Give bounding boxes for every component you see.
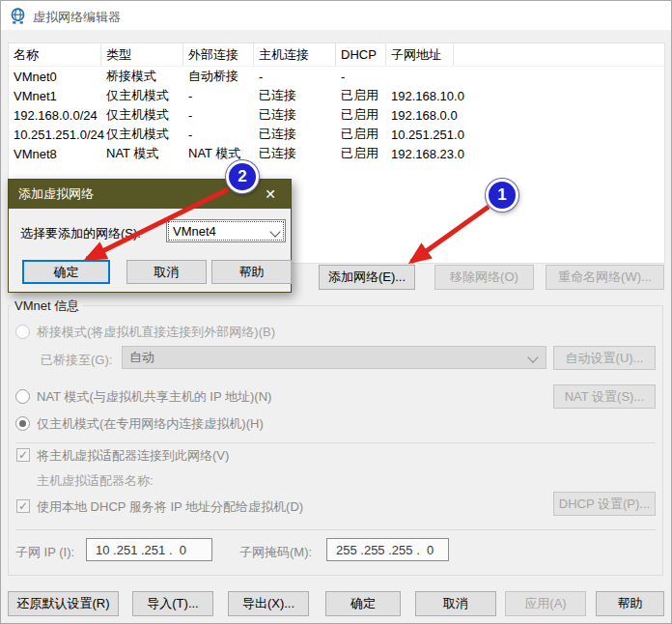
- cell-external: -: [183, 89, 254, 103]
- bridged-to-label: 已桥接至(G):: [41, 352, 112, 369]
- cell-type: 仅主机模式: [101, 126, 183, 143]
- app-globe-icon: [10, 8, 26, 24]
- dhcp-service-label: 使用本地 DHCP 服务将 IP 地址分配给虚拟机(D): [37, 498, 303, 516]
- ok-button[interactable]: 确定: [325, 591, 401, 616]
- col-header-dhcp[interactable]: DHCP: [336, 43, 386, 66]
- cell-dhcp: 已启用: [336, 126, 386, 143]
- cell-host: -: [254, 70, 336, 84]
- cell-type: 仅主机模式: [101, 87, 183, 104]
- help-button[interactable]: 帮助: [596, 591, 664, 616]
- cell-subnet: 10.251.251.0: [386, 128, 454, 142]
- network-list-header: 名称 类型 外部连接 主机连接 DHCP 子网地址: [9, 43, 664, 67]
- add-network-button[interactable]: 添加网络(E)...: [319, 265, 415, 290]
- col-header-host[interactable]: 主机连接: [254, 43, 336, 66]
- bridged-to-dropdown: 自动: [122, 346, 546, 369]
- cell-name: 192.168.0.0/24: [9, 108, 101, 123]
- vmnet-info-group: VMnet 信息 桥接模式(将虚拟机直接连接到外部网络)(B) 已桥接至(G):…: [8, 305, 663, 576]
- table-row[interactable]: 10.251.251.0/24 仅主机模式 - 已连接 已启用 10.251.2…: [9, 125, 664, 144]
- cell-dhcp: -: [336, 70, 386, 84]
- cell-host: 已连接: [254, 126, 336, 143]
- table-row[interactable]: VMnet1 仅主机模式 - 已连接 已启用 192.168.10.0: [9, 86, 664, 105]
- dialog-ok-button[interactable]: 确定: [22, 260, 110, 284]
- restore-defaults-button[interactable]: 还原默认设置(R): [8, 591, 119, 616]
- separator: [15, 442, 656, 443]
- network-select-value: VMnet4: [173, 224, 216, 239]
- dhcp-settings-button: DHCP 设置(P)...: [553, 492, 656, 516]
- cell-type: NAT 模式: [101, 145, 183, 162]
- apply-button: 应用(A): [505, 591, 586, 616]
- cell-name: VMnet1: [9, 89, 101, 103]
- cell-type: 仅主机模式: [101, 106, 183, 124]
- network-select-dropdown[interactable]: VMnet4: [166, 219, 286, 242]
- host-only-mode-radio[interactable]: [15, 416, 30, 431]
- cell-name: VMnet8: [9, 147, 101, 161]
- table-row[interactable]: VMnet8 NAT 模式 NAT 模式 已连接 已启用 192.168.23.…: [9, 144, 664, 163]
- cell-host: 已连接: [254, 145, 336, 162]
- virtual-network-editor-window: 虚拟网络编辑器 名称 类型 外部连接 主机连接 DHCP 子网地址 VMnet0…: [0, 0, 672, 624]
- cell-subnet: 192.168.0.0: [386, 108, 454, 123]
- cell-host: 已连接: [254, 87, 336, 104]
- cell-type: 桥接模式: [101, 68, 183, 85]
- bridged-to-value: 自动: [129, 349, 154, 366]
- cell-name: 10.251.251.0/24: [9, 128, 101, 142]
- bridged-mode-label: 桥接模式(将虚拟机直接连接到外部网络)(B): [37, 324, 275, 341]
- cancel-button[interactable]: 取消: [415, 591, 496, 616]
- vmnet-info-legend: VMnet 信息: [11, 298, 83, 315]
- dhcp-service-checkbox[interactable]: [16, 499, 30, 513]
- cell-dhcp: 已启用: [336, 145, 386, 162]
- import-button[interactable]: 导入(T)...: [132, 591, 213, 616]
- cell-dhcp: 已启用: [336, 87, 386, 104]
- add-virtual-network-dialog: 添加虚拟网络 ✕ 选择要添加的网络(S): VMnet4 确定 取消 帮助: [8, 179, 292, 293]
- rename-network-button: 重命名网络(W)...: [546, 265, 664, 290]
- table-row[interactable]: VMnet0 桥接模式 自动桥接 - -: [9, 67, 664, 86]
- subnet-ip-field[interactable]: [86, 538, 212, 561]
- dialog-help-button[interactable]: 帮助: [211, 260, 292, 284]
- cell-host: 已连接: [254, 106, 336, 124]
- window-title: 虚拟网络编辑器: [33, 9, 121, 26]
- cell-name: VMnet0: [9, 70, 101, 84]
- nat-mode-label: NAT 模式(与虚拟机共享主机的 IP 地址)(N): [37, 388, 271, 406]
- col-header-external[interactable]: 外部连接: [183, 43, 254, 66]
- nat-mode-radio[interactable]: [15, 389, 30, 404]
- remove-network-button: 移除网络(O): [434, 265, 534, 290]
- adapter-name-label: 主机虚拟适配器名称:: [37, 472, 154, 490]
- auto-settings-button: 自动设置(U)...: [553, 346, 656, 370]
- col-header-filler: [454, 43, 664, 66]
- cell-external: -: [183, 108, 254, 123]
- table-row[interactable]: 192.168.0.0/24 仅主机模式 - 已连接 已启用 192.168.0…: [9, 105, 664, 125]
- separator: [15, 529, 656, 530]
- nat-settings-button: NAT 设置(S)...: [553, 384, 656, 409]
- window-titlebar: 虚拟网络编辑器: [1, 1, 671, 30]
- step-1-badge: 1: [486, 179, 518, 212]
- cell-subnet: 192.168.23.0: [386, 147, 454, 161]
- bridged-mode-radio: [15, 325, 30, 339]
- chevron-down-icon: [269, 226, 280, 237]
- cell-external: -: [183, 128, 254, 142]
- col-header-subnet[interactable]: 子网地址: [386, 43, 454, 66]
- col-header-type[interactable]: 类型: [101, 43, 183, 66]
- export-button[interactable]: 导出(X)...: [228, 591, 309, 616]
- select-network-label: 选择要添加的网络(S):: [20, 225, 141, 242]
- col-header-name[interactable]: 名称: [9, 43, 101, 66]
- dialog-cancel-button[interactable]: 取消: [126, 260, 207, 284]
- subnet-ip-label: 子网 IP (I):: [15, 544, 74, 561]
- connect-adapter-checkbox[interactable]: [16, 448, 30, 462]
- subnet-mask-label: 子网掩码(M):: [239, 544, 312, 561]
- subnet-mask-field[interactable]: [326, 538, 449, 561]
- cell-external: 自动桥接: [183, 68, 254, 85]
- host-only-mode-label: 仅主机模式(在专用网络内连接虚拟机)(H): [37, 415, 264, 433]
- connect-adapter-label: 将主机虚拟适配器连接到此网络(V): [37, 447, 229, 465]
- cell-dhcp: 已启用: [336, 106, 386, 124]
- cell-subnet: 192.168.10.0: [386, 89, 454, 103]
- chevron-down-icon: [527, 352, 538, 362]
- step-2-badge: 2: [226, 160, 259, 193]
